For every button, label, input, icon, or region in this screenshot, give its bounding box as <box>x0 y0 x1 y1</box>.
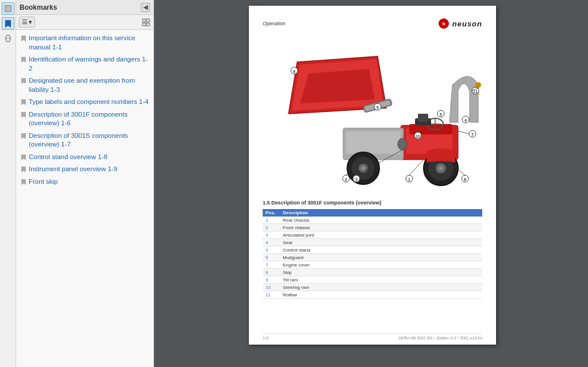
table-row: 2Front chassis <box>263 224 482 231</box>
expand-bookmarks-button[interactable] <box>141 18 151 27</box>
bookmark-item-label: Instrument panel overview 1-9 <box>29 165 150 174</box>
table-cell-pos: 8 <box>263 269 280 276</box>
bookmark-item-icon <box>21 34 26 43</box>
footer-page-number: 1-6 <box>263 336 268 340</box>
list-item[interactable]: Instrument panel overview 1-9 <box>16 163 153 176</box>
table-cell-pos: 7 <box>263 261 280 269</box>
table-cell-pos: 9 <box>263 276 280 284</box>
table-cell-desc: Tilt ram <box>280 276 482 284</box>
table-row: 11Rollbar <box>263 291 482 299</box>
table-cell-desc: Steering ram <box>280 284 482 291</box>
doc-header: Operation N neuson <box>263 18 482 29</box>
table-row: 7Engine cover <box>263 261 482 269</box>
machine-illustration: 1 2 3 4 5 <box>263 33 482 194</box>
svg-text:8: 8 <box>293 69 295 74</box>
table-row: 4Seat <box>263 239 482 246</box>
list-item[interactable]: Type labels and component numbers 1-4 <box>16 96 153 109</box>
bookmarks-panel-button[interactable] <box>2 17 14 30</box>
table-row: 6Mudguard <box>263 254 482 261</box>
bookmark-item-icon <box>21 56 26 64</box>
table-cell-desc: Front chassis <box>280 224 482 231</box>
svg-point-25 <box>439 166 443 171</box>
bookmark-item-icon <box>21 98 26 106</box>
table-cell-desc: Seat <box>280 239 482 246</box>
attachments-button[interactable] <box>2 32 14 45</box>
bookmark-item-label: Identification of warnings and dangers 1… <box>29 55 150 73</box>
svg-text:9: 9 <box>376 106 379 110</box>
table-row: 3Articulated joint <box>263 231 482 239</box>
table-cell-desc: Control stand <box>280 246 482 254</box>
bookmarks-toolbar: ☰ ▾ <box>16 15 153 30</box>
bookmark-item-label: Front skip <box>29 177 150 187</box>
bookmarks-title: Bookmarks <box>20 3 57 11</box>
table-row: 9Tilt ram <box>263 276 482 284</box>
bookmark-item-icon <box>21 178 26 186</box>
table-cell-desc: Rollbar <box>280 291 482 299</box>
components-table: Pos. Description 1Rear chassis2Front cha… <box>263 209 482 299</box>
pdf-viewer[interactable]: Operation N neuson <box>154 0 588 367</box>
hand-tool-button[interactable] <box>2 2 14 15</box>
table-row: 5Control stand <box>263 246 482 254</box>
table-header-desc: Description <box>280 209 482 217</box>
svg-rect-30 <box>418 114 428 122</box>
table-cell-pos: 6 <box>263 254 280 261</box>
svg-point-31 <box>475 82 481 88</box>
table-cell-desc: Skip <box>280 269 482 276</box>
bookmark-item-label: Description of 3001S components (overvie… <box>29 132 150 149</box>
table-row: 10Steering ram <box>263 284 482 291</box>
svg-text:6: 6 <box>464 177 466 181</box>
table-cell-pos: 1 <box>263 217 280 224</box>
table-row: 1Rear chassis <box>263 217 482 224</box>
list-item[interactable]: Important information on this service ma… <box>16 32 153 53</box>
list-item[interactable]: Designated use and exemption from liabil… <box>16 75 153 96</box>
table-cell-desc: Mudguard <box>280 254 482 261</box>
table-cell-pos: 4 <box>263 239 280 246</box>
footer-document-ref: SERV-HB 3001 EN – Edition 3.0 * 3001 e10… <box>398 336 482 340</box>
svg-rect-14 <box>346 131 401 154</box>
svg-text:3: 3 <box>355 177 358 181</box>
bookmark-item-icon <box>21 132 26 140</box>
menu-lines-icon: ☰ <box>22 18 28 26</box>
bookmark-item-label: Control stand overview 1-8 <box>29 153 150 162</box>
brand-logo-area: N neuson <box>439 18 482 29</box>
svg-line-50 <box>458 131 469 134</box>
list-item[interactable]: Identification of warnings and dangers 1… <box>16 53 153 75</box>
table-cell-desc: Rear chassis <box>280 217 482 224</box>
table-cell-pos: 3 <box>263 231 280 239</box>
list-item[interactable]: Description of 3001F components (overvie… <box>16 109 153 130</box>
table-cell-pos: 10 <box>263 284 280 291</box>
svg-text:2: 2 <box>345 177 347 181</box>
bookmarks-menu-button[interactable]: ☰ ▾ <box>19 17 35 28</box>
bookmarks-header: Bookmarks ◀ <box>16 0 153 15</box>
svg-line-34 <box>409 160 424 175</box>
svg-rect-5 <box>147 19 149 22</box>
svg-text:5: 5 <box>440 113 442 117</box>
svg-text:7: 7 <box>471 133 474 137</box>
bookmark-item-icon <box>21 153 26 161</box>
list-item[interactable]: Description of 3001S components (overvie… <box>16 130 153 151</box>
svg-rect-1 <box>5 6 11 11</box>
table-cell-pos: 2 <box>263 224 280 231</box>
bookmark-item-label: Type labels and component numbers 1-4 <box>29 98 150 107</box>
bookmark-item-icon <box>21 165 26 173</box>
svg-text:10: 10 <box>416 134 420 138</box>
table-cell-pos: 11 <box>263 291 280 299</box>
bookmarks-close-button[interactable]: ◀ <box>141 3 150 12</box>
bookmark-item-icon <box>21 77 26 85</box>
list-item[interactable]: Front skip <box>16 176 153 188</box>
neuson-logo-circle: N <box>439 18 449 29</box>
bookmark-item-icon <box>21 111 26 119</box>
table-cell-pos: 5 <box>263 246 280 254</box>
svg-point-15 <box>398 138 407 150</box>
bookmark-item-label: Description of 3001F components (overvie… <box>29 110 150 128</box>
table-row: 8Skip <box>263 269 482 276</box>
bookmarks-list: Important information on this service ma… <box>16 30 153 367</box>
bookmarks-panel: Bookmarks ◀ ☰ ▾ Important information on… <box>16 0 154 367</box>
menu-arrow-icon: ▾ <box>29 18 32 26</box>
list-item[interactable]: Control stand overview 1-8 <box>16 151 153 164</box>
svg-text:4: 4 <box>464 118 467 122</box>
brand-name: neuson <box>452 20 482 28</box>
table-cell-desc: Articulated joint <box>280 231 482 239</box>
svg-rect-4 <box>143 19 145 22</box>
section-title: 1.5 Description of 3001F components (ove… <box>263 200 482 206</box>
